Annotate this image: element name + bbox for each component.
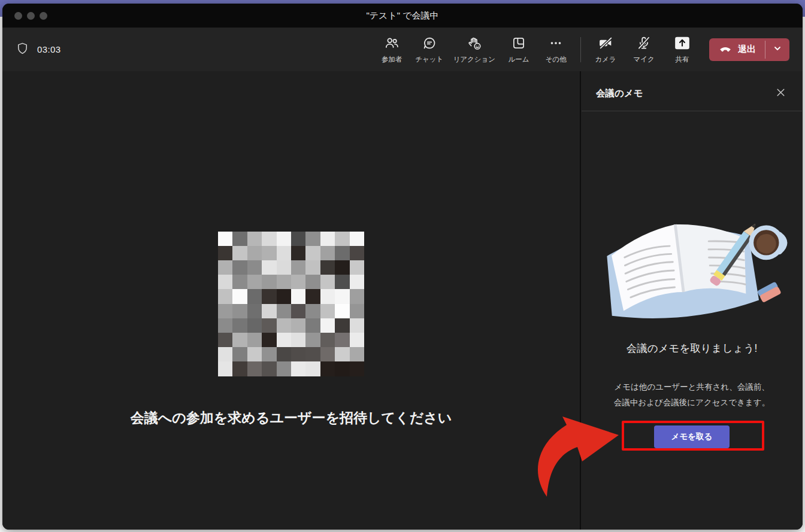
notes-description-line1: メモは他のユーザーと共有され、会議前、	[614, 379, 770, 395]
mic-muted-icon	[636, 35, 652, 53]
more-icon	[548, 35, 564, 53]
shield-icon	[16, 41, 29, 58]
chevron-down-icon	[773, 44, 782, 56]
participants-label: 参加者	[382, 55, 402, 64]
notes-description: メモは他のユーザーと共有され、会議前、 会議中および会議後にアクセスできます。	[614, 379, 770, 410]
rooms-button[interactable]: ルーム	[501, 33, 536, 66]
titlebar: "テスト" で会議中	[2, 4, 803, 28]
teams-meeting-window: "テスト" で会議中 03:03 参加者 チャット	[2, 4, 803, 530]
chat-label: チャット	[415, 55, 443, 64]
chat-icon	[422, 35, 437, 53]
more-button[interactable]: その他	[538, 33, 573, 66]
share-button[interactable]: 共有	[665, 33, 700, 66]
leave-button[interactable]: 退出	[709, 38, 765, 61]
share-label: 共有	[676, 55, 689, 64]
meeting-timer: 03:03	[37, 44, 61, 54]
rooms-label: ルーム	[508, 55, 529, 64]
leave-split-button: 退出	[709, 38, 789, 61]
notes-description-line2: 会議中および会議後にアクセスできます。	[614, 395, 770, 411]
mic-label: マイク	[633, 55, 654, 64]
take-notes-button[interactable]: メモを取る	[654, 425, 730, 448]
leave-options-button[interactable]	[765, 38, 789, 61]
invite-message: 会議への参加を求めるユーザーを招待してください	[131, 409, 452, 427]
camera-label: カメラ	[595, 55, 616, 64]
leave-label: 退出	[738, 44, 756, 55]
share-screen-icon	[674, 35, 691, 53]
rooms-icon	[511, 35, 526, 53]
reactions-button[interactable]: リアクション	[449, 33, 499, 66]
minimize-window-button[interactable]	[27, 12, 35, 20]
toolbar-device-group: カメラ マイク 共有	[588, 33, 700, 66]
zoom-window-button[interactable]	[40, 12, 47, 20]
panel-close-button[interactable]	[774, 86, 787, 101]
window-title: "テスト" で会議中	[366, 10, 438, 22]
panel-body: 会議のメモを取りましょう! メモは他のユーザーと共有され、会議前、 会議中および…	[581, 111, 803, 530]
close-window-button[interactable]	[14, 12, 22, 20]
participants-icon	[384, 35, 400, 53]
panel-title: 会議のメモ	[596, 87, 643, 100]
meeting-toolbar: 03:03 参加者 チャット リアクション	[2, 28, 803, 71]
reactions-icon	[467, 35, 482, 53]
camera-off-icon	[598, 35, 614, 53]
meeting-content: 会議への参加を求めるユーザーを招待してください 会議のメモ	[2, 71, 803, 530]
meeting-stage: 会議への参加を求めるユーザーを招待してください	[2, 71, 580, 530]
camera-toggle-button[interactable]: カメラ	[588, 33, 623, 66]
notes-heading: 会議のメモを取りましょう!	[627, 341, 758, 355]
reactions-label: リアクション	[453, 55, 495, 64]
more-label: その他	[545, 55, 566, 64]
hangup-phone-icon	[718, 42, 733, 57]
panel-header: 会議のメモ	[581, 71, 803, 111]
close-icon	[776, 87, 786, 99]
toolbar-separator	[580, 37, 581, 62]
mic-toggle-button[interactable]: マイク	[627, 33, 661, 66]
toolbar-nav-group: 参加者 チャット リアクション ルーム	[374, 33, 573, 66]
chat-button[interactable]: チャット	[411, 33, 447, 66]
meeting-notes-illustration	[593, 201, 791, 330]
meeting-status: 03:03	[16, 41, 61, 58]
meeting-notes-panel: 会議のメモ	[581, 71, 803, 530]
pixelated-avatar	[218, 232, 364, 376]
macos-traffic-lights	[14, 4, 47, 28]
participants-button[interactable]: 参加者	[374, 33, 409, 66]
